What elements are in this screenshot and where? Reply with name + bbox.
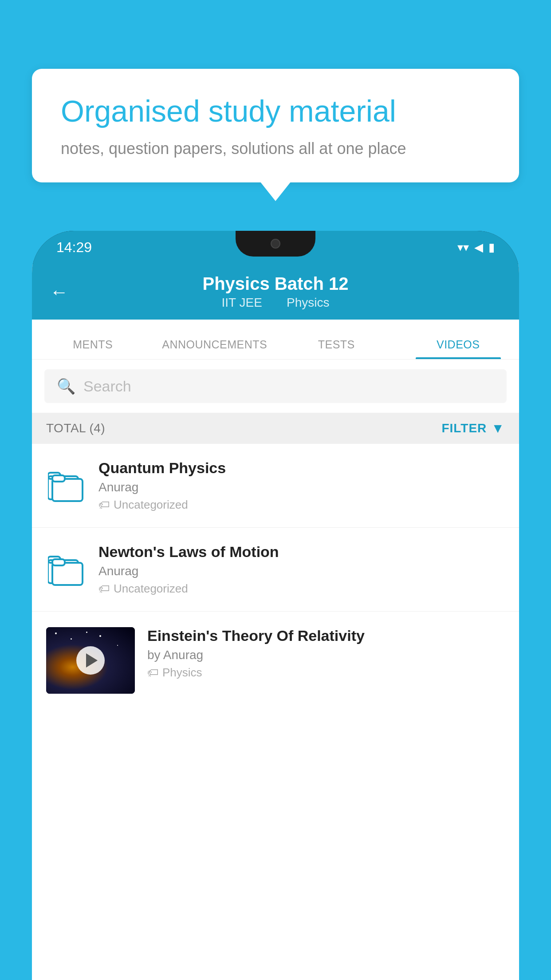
item-title: Newton's Laws of Motion (98, 543, 505, 561)
folder-icon (48, 469, 84, 502)
list-item[interactable]: Newton's Laws of Motion Anurag 🏷 Uncateg… (32, 528, 519, 612)
tab-ments[interactable]: MENTS (32, 338, 154, 359)
folder-icon (48, 553, 84, 586)
tab-videos[interactable]: VIDEOS (398, 338, 520, 359)
bubble-title: Organised study material (61, 93, 490, 130)
play-triangle-icon (86, 653, 98, 668)
item-tag: 🏷 Physics (147, 666, 505, 680)
phone-inner: ← Physics Batch 12 IIT JEE Physics MENTS… (32, 264, 519, 980)
app-bar-subtitle: IIT JEE Physics (202, 296, 348, 310)
total-count: TOTAL (4) (46, 421, 105, 435)
svg-rect-7 (52, 559, 65, 565)
video-list: Quantum Physics Anurag 🏷 Uncategorized (32, 444, 519, 709)
item-details: Einstein's Theory Of Relativity by Anura… (147, 627, 505, 680)
item-title: Einstein's Theory Of Relativity (147, 627, 505, 644)
filter-funnel-icon: ▼ (491, 421, 505, 436)
filter-button[interactable]: FILTER ▼ (441, 421, 505, 436)
star (55, 632, 57, 634)
app-bar-title-wrap: Physics Batch 12 IIT JEE Physics (202, 274, 348, 310)
item-author: Anurag (98, 480, 505, 494)
notch (236, 231, 315, 257)
app-bar-title: Physics Batch 12 (202, 274, 348, 294)
filter-bar: TOTAL (4) FILTER ▼ (32, 413, 519, 444)
signal-icon: ◀ (474, 241, 483, 254)
tab-announcements[interactable]: ANNOUNCEMENTS (154, 338, 276, 359)
speech-bubble: Organised study material notes, question… (32, 69, 519, 182)
folder-icon-wrap (46, 466, 86, 506)
tag-icon: 🏷 (98, 498, 110, 512)
tabs: MENTS ANNOUNCEMENTS TESTS VIDEOS (32, 320, 519, 360)
status-icons: ▾▾ ◀ ▮ (457, 241, 495, 254)
list-item[interactable]: Einstein's Theory Of Relativity by Anura… (32, 612, 519, 709)
star (71, 638, 72, 640)
subtitle-iitjee: IIT JEE (222, 296, 262, 309)
search-placeholder: Search (83, 378, 131, 395)
tag-icon: 🏷 (98, 582, 110, 596)
play-button[interactable] (76, 646, 105, 675)
item-author: by Anurag (147, 648, 505, 662)
item-details: Quantum Physics Anurag 🏷 Uncategorized (98, 459, 505, 512)
star (117, 645, 118, 646)
phone-frame: 14:29 ▾▾ ◀ ▮ ← Physics Batch 12 IIT JEE … (32, 231, 519, 980)
camera (271, 239, 280, 249)
search-icon: 🔍 (57, 377, 75, 395)
subtitle-physics: Physics (287, 296, 329, 309)
bubble-subtitle: notes, question papers, solutions all at… (61, 139, 490, 158)
item-tag: 🏷 Uncategorized (98, 498, 505, 512)
star (86, 632, 87, 633)
back-button[interactable]: ← (50, 281, 68, 303)
search-bar[interactable]: 🔍 Search (44, 369, 507, 403)
item-title: Quantum Physics (98, 459, 505, 477)
item-author: Anurag (98, 564, 505, 578)
svg-rect-3 (52, 475, 65, 482)
app-bar: ← Physics Batch 12 IIT JEE Physics (32, 264, 519, 320)
battery-icon: ▮ (488, 241, 495, 254)
tab-tests[interactable]: TESTS (276, 338, 398, 359)
status-time: 14:29 (56, 239, 92, 256)
folder-icon-wrap (46, 549, 86, 589)
search-container: 🔍 Search (32, 360, 519, 413)
star (99, 635, 101, 637)
tag-icon: 🏷 (147, 666, 159, 680)
status-bar: 14:29 ▾▾ ◀ ▮ (32, 231, 519, 264)
item-tag: 🏷 Uncategorized (98, 582, 505, 596)
wifi-icon: ▾▾ (457, 241, 469, 254)
list-item[interactable]: Quantum Physics Anurag 🏷 Uncategorized (32, 444, 519, 528)
item-details: Newton's Laws of Motion Anurag 🏷 Uncateg… (98, 543, 505, 596)
video-thumbnail (46, 627, 135, 694)
